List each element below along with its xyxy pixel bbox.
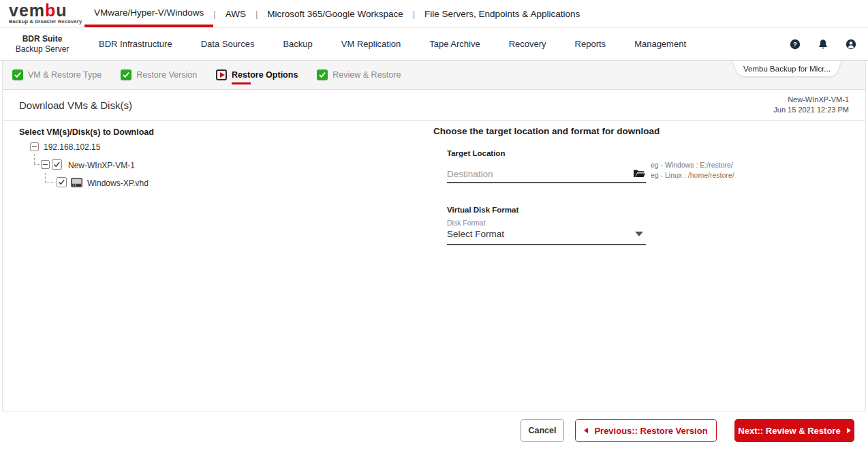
target-location-label: Target Location bbox=[447, 149, 505, 157]
tree-disk-label: Windows-XP.vhd bbox=[87, 178, 149, 188]
nav-recovery[interactable]: Recovery bbox=[495, 39, 561, 49]
product-switch-bar: vembu Backup & Disaster Recovery VMware/… bbox=[0, 0, 868, 28]
main-navbar: BDR Suite Backup Server BDR Infrastructu… bbox=[0, 28, 868, 61]
notifications-bell-icon[interactable] bbox=[818, 39, 828, 50]
next-button-label: Next:: Review & Restore bbox=[738, 426, 840, 436]
disk-format-selected-value: Select Format bbox=[447, 229, 635, 239]
chevron-down-icon bbox=[635, 232, 643, 236]
vembu-wordmark: vembu bbox=[9, 2, 84, 18]
disk-checkbox[interactable] bbox=[57, 177, 67, 187]
vembu-bdr-page: vembu Backup & Disaster Recovery VMware/… bbox=[0, 0, 868, 453]
context-tab-vembu-backup[interactable]: Vembu Backup for Micr... bbox=[732, 61, 842, 79]
tree-host-label: 192.168.102.15 bbox=[44, 142, 100, 152]
tree-connector bbox=[34, 154, 35, 164]
suite-subtitle: Backup Server bbox=[0, 44, 84, 54]
check-icon bbox=[317, 69, 328, 80]
previous-button-label: Previous:: Restore Version bbox=[594, 426, 707, 436]
tab-fileservers-endpoints[interactable]: File Servers, Endpoints & Applications bbox=[415, 0, 589, 27]
suite-title: BDR Suite bbox=[0, 34, 84, 44]
logo-accent: b bbox=[45, 1, 56, 20]
restore-timestamp: Jun 15 2021 12:23 PM bbox=[773, 105, 849, 115]
next-button[interactable]: Next:: Review & Restore bbox=[734, 419, 854, 442]
wizard-footer: Cancel Previous:: Restore Version Next::… bbox=[0, 411, 868, 450]
user-account-icon[interactable] bbox=[846, 39, 856, 50]
tree-connector bbox=[34, 164, 40, 165]
tab-vmware-hyperv-windows[interactable]: VMware/Hyper-V/Windows bbox=[84, 0, 213, 27]
nav-vm-replication[interactable]: VM Replication bbox=[327, 39, 415, 49]
step-vm-restore-type[interactable]: VM & Restore Type bbox=[12, 69, 102, 80]
virtual-disk-format-label: Virtual Disk Format bbox=[447, 206, 518, 214]
tab-microsoft365-google[interactable]: Microsoft 365/Google Workspace bbox=[258, 0, 412, 27]
suite-label: BDR Suite Backup Server bbox=[0, 34, 84, 54]
destination-input[interactable] bbox=[447, 169, 633, 179]
disk-format-sublabel: Disk Format bbox=[447, 219, 486, 227]
wizard-stepbar: VM & Restore Type Restore Version Restor… bbox=[3, 61, 865, 90]
destination-field-row bbox=[447, 168, 646, 183]
svg-text:?: ? bbox=[793, 40, 797, 48]
tree-heading: Select VM(s)/Disk(s) to Download bbox=[19, 127, 154, 137]
page-header: Download VMs & Disk(s) New-WInXP-VM-1 Ju… bbox=[3, 90, 865, 121]
step-label: Restore Options bbox=[232, 70, 298, 80]
browse-folder-icon[interactable] bbox=[633, 168, 646, 179]
nav-reports[interactable]: Reports bbox=[561, 39, 621, 49]
step-review-restore[interactable]: Review & Restore bbox=[317, 69, 401, 80]
nav-tape-archive[interactable]: Tape Archive bbox=[415, 39, 494, 49]
context-tab-label: Vembu Backup for Micr... bbox=[732, 61, 842, 78]
check-icon bbox=[12, 69, 23, 80]
vm-name: New-WInXP-VM-1 bbox=[773, 95, 849, 105]
product-tabs: VMware/Hyper-V/Windows | AWS | Microsoft… bbox=[84, 0, 589, 27]
hint-linux: eg - Linux : /home/restore/ bbox=[651, 170, 734, 181]
play-icon bbox=[216, 69, 227, 80]
logo-prefix: vem bbox=[9, 1, 45, 20]
vm-expander-collapse[interactable] bbox=[41, 160, 50, 169]
step-label: Review & Restore bbox=[332, 70, 401, 80]
step-restore-options[interactable]: Restore Options bbox=[216, 69, 298, 80]
wizard-content: Select VM(s)/Disk(s) to Download 192.168… bbox=[3, 121, 865, 411]
tree-connector bbox=[45, 172, 46, 182]
logo-tagline: Backup & Disaster Recovery bbox=[9, 18, 84, 25]
tree-vm-label: New-WInXP-VM-1 bbox=[68, 161, 135, 170]
wizard-card: VM & Restore Type Restore Version Restor… bbox=[2, 61, 866, 411]
tab-aws[interactable]: AWS bbox=[216, 0, 255, 27]
form-heading: Choose the target location and format fo… bbox=[433, 126, 660, 136]
nav-data-sources[interactable]: Data Sources bbox=[187, 39, 269, 49]
help-icon[interactable]: ? bbox=[790, 39, 801, 50]
step-restore-version[interactable]: Restore Version bbox=[121, 69, 197, 80]
arrow-right-icon bbox=[847, 428, 851, 433]
restore-context-info: New-WInXP-VM-1 Jun 15 2021 12:23 PM bbox=[773, 95, 849, 115]
virtual-disk-icon bbox=[71, 178, 82, 187]
navbar-icons: ? bbox=[790, 39, 868, 50]
nav-backup[interactable]: Backup bbox=[268, 39, 326, 49]
nav-bdr-infrastructure[interactable]: BDR Infrastructure bbox=[84, 39, 187, 49]
disk-format-select[interactable]: Select Format bbox=[447, 229, 646, 245]
step-label: Restore Version bbox=[136, 70, 197, 80]
cancel-button[interactable]: Cancel bbox=[521, 419, 564, 442]
vm-checkbox[interactable] bbox=[52, 159, 62, 170]
host-expander-collapse[interactable] bbox=[30, 142, 39, 151]
arrow-left-icon bbox=[584, 428, 588, 433]
check-icon bbox=[121, 69, 131, 80]
page-title: Download VMs & Disk(s) bbox=[19, 99, 132, 111]
vembu-logo: vembu Backup & Disaster Recovery bbox=[0, 0, 84, 27]
nav-management[interactable]: Management bbox=[620, 39, 700, 49]
hint-windows: eg - Windows : E:/restore/ bbox=[651, 160, 733, 170]
tree-connector bbox=[45, 182, 55, 183]
logo-suffix: u bbox=[56, 1, 67, 20]
step-label: VM & Restore Type bbox=[28, 70, 102, 80]
previous-button[interactable]: Previous:: Restore Version bbox=[575, 419, 717, 442]
nav-menu: BDR Infrastructure Data Sources Backup V… bbox=[84, 39, 700, 49]
